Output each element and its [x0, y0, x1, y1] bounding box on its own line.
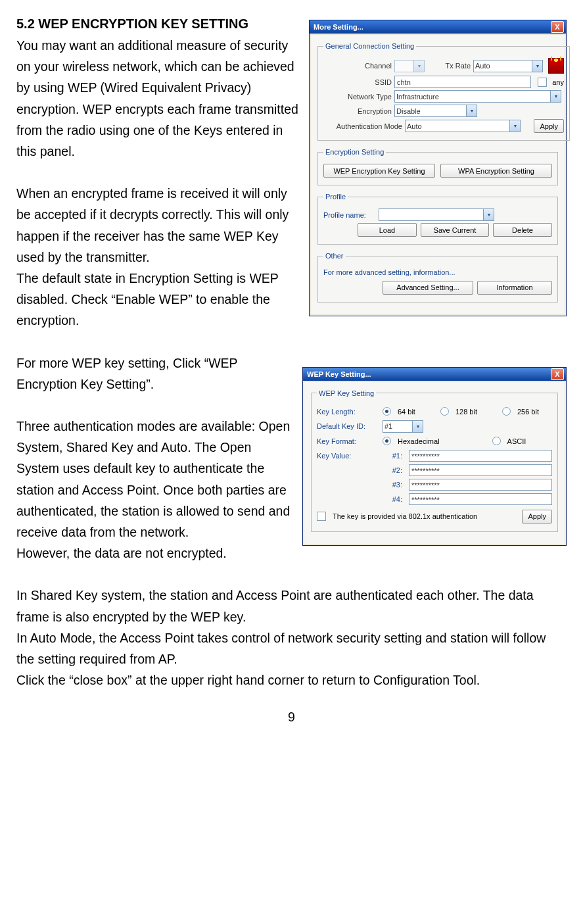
any-label: any [552, 76, 564, 88]
key-2-input[interactable]: ********** [409, 464, 552, 476]
wep-legend: WEP Key Setting [317, 387, 376, 399]
radio-ascii[interactable] [492, 437, 501, 445]
key-value-label: Key Value: [317, 450, 376, 462]
wireless-icon [548, 58, 564, 74]
chevron-down-icon: ▾ [532, 61, 542, 72]
channel-select[interactable]: ▾ [394, 60, 425, 72]
other-legend: Other [323, 250, 346, 262]
network-type-label: Network Type [323, 91, 392, 103]
auth-label: The key is provided via 802.1x authentic… [333, 510, 477, 522]
wpa-setting-button[interactable]: WPA Encryption Setting [440, 164, 552, 178]
radio-256bit[interactable] [502, 407, 511, 416]
wep-titlebar: WEP Key Setting... X [303, 368, 566, 381]
delete-button[interactable]: Delete [493, 223, 552, 237]
encryption-label: Encryption [323, 105, 392, 117]
close-icon[interactable]: X [551, 368, 564, 380]
profile-name-select[interactable]: ▾ [379, 208, 494, 221]
encryption-setting-group: Encryption Setting WEP Encryption Key Se… [317, 146, 558, 185]
more-setting-dialog: More Setting... X General Connection Set… [309, 20, 567, 316]
network-type-select[interactable]: Infrastructure▾ [394, 90, 561, 103]
paragraph-8: In Auto Mode, the Access Point takes con… [16, 627, 567, 669]
apply-button[interactable]: Apply [534, 119, 564, 133]
paragraph-6: However, the data are not encrypted. [16, 543, 567, 564]
radio-64bit[interactable] [383, 407, 391, 416]
chevron-down-icon: ▾ [466, 105, 477, 116]
encryption-select[interactable]: Disable▾ [394, 105, 477, 117]
authmode-select[interactable]: Auto▾ [405, 120, 521, 132]
encryption-legend: Encryption Setting [323, 146, 386, 158]
dialog-titlebar: More Setting... X [310, 20, 566, 34]
wep-key-group: WEP Key Setting Key Length: 64 bit 128 b… [311, 387, 558, 532]
information-button[interactable]: Information [477, 281, 552, 295]
paragraph-9: Click the “close box” at the upper right… [16, 669, 567, 691]
radio-hex[interactable] [383, 437, 391, 445]
wep-key-dialog: WEP Key Setting... X WEP Key Setting Key… [302, 367, 567, 546]
default-key-id-select[interactable]: #1▾ [383, 420, 423, 433]
radio-128bit[interactable] [440, 407, 449, 416]
paragraph-7: In Shared Key system, the station and Ac… [16, 585, 567, 627]
chevron-down-icon: ▾ [550, 91, 561, 102]
key-format-label: Key Format: [317, 435, 376, 447]
ssid-input[interactable]: chtn [394, 76, 531, 88]
txrate-select[interactable]: Auto▾ [473, 60, 543, 72]
load-button[interactable]: Load [358, 223, 417, 237]
key-1-input[interactable]: ********** [409, 450, 552, 462]
channel-label: Channel [323, 60, 392, 72]
chevron-down-icon: ▾ [483, 209, 494, 220]
dialog-title: More Setting... [314, 21, 363, 33]
auth-checkbox[interactable] [317, 512, 326, 521]
profile-group: Profile Profile name: ▾ Load Save Curren… [317, 191, 558, 245]
page-number: 9 [16, 706, 567, 727]
key-4-input[interactable]: ********** [409, 493, 552, 505]
profile-name-label: Profile name: [323, 209, 376, 221]
ssid-label: SSID [323, 76, 392, 88]
wep-key-setting-button[interactable]: WEP Encryption Key Setting [323, 164, 435, 178]
save-current-button[interactable]: Save Current [421, 223, 489, 237]
general-legend: General Connection Setting [323, 40, 416, 52]
profile-legend: Profile [323, 191, 348, 203]
authmode-label: Authentication Mode [323, 120, 402, 132]
key-3-input[interactable]: ********** [409, 479, 552, 491]
chevron-down-icon: ▾ [413, 61, 424, 72]
any-checkbox[interactable] [538, 78, 547, 87]
advanced-setting-button[interactable]: Advanced Setting... [383, 281, 473, 295]
key-length-label: Key Length: [317, 406, 376, 418]
general-connection-group: General Connection Setting Channel ▾ Tx … [317, 40, 570, 141]
default-key-id-label: Default Key ID: [317, 420, 376, 432]
txrate-label: Tx Rate [438, 60, 471, 72]
apply-button[interactable]: Apply [522, 510, 552, 523]
chevron-down-icon: ▾ [412, 421, 423, 432]
other-group: Other For more advanced setting, informa… [317, 250, 558, 302]
close-icon[interactable]: X [551, 21, 564, 33]
other-text: For more advanced setting, information..… [323, 266, 552, 278]
chevron-down-icon: ▾ [509, 120, 520, 132]
wep-title: WEP Key Setting... [307, 368, 371, 380]
